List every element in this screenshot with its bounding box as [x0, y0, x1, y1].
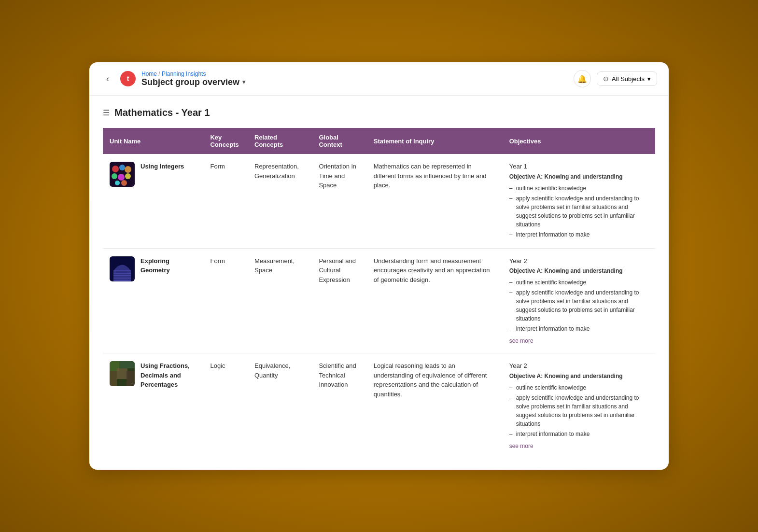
menu-icon: ☰ [103, 108, 110, 117]
related-concepts-cell-1: Measurement, Space [248, 248, 312, 353]
back-button[interactable]: ‹ [101, 72, 114, 85]
col-statement: Statement of Inquiry [367, 128, 503, 154]
global-context-cell-2: Scientific and Technical Innovation [312, 353, 366, 458]
unit-name-2: Using Fractions, Decimals and Percentage… [140, 361, 197, 390]
related-concepts-cell-0: Representation, Generalization [248, 154, 312, 248]
header-actions: 🔔 ⊙ All Subjects ▾ [574, 70, 657, 87]
chevron-down-icon: ▾ [647, 75, 651, 83]
svg-point-7 [115, 181, 120, 185]
global-context-cell-0: Orientation in Time and Space [312, 154, 366, 248]
svg-point-6 [125, 173, 131, 179]
unit-image-0 [110, 162, 135, 187]
notify-button[interactable]: 🔔 [574, 70, 591, 87]
unit-cell-0: Using Integers [103, 154, 203, 248]
svg-point-8 [121, 180, 127, 186]
logo: t [120, 71, 136, 86]
outer-background: ‹ t Home / Planning Insights Subject gro… [0, 0, 758, 532]
table-row: Exploring GeometryFormMeasurement, Space… [103, 248, 655, 353]
statement-cell-1: Understanding form and measurement encou… [367, 248, 503, 353]
breadcrumb-home[interactable]: Home [141, 70, 157, 77]
obj-item-1-1: apply scientific knowledge and understan… [509, 288, 648, 323]
obj-item-2-1: apply scientific knowledge and understan… [509, 393, 648, 428]
table-header-row: Unit Name Key Concepts Related Concepts … [103, 128, 655, 154]
global-context-cell-1: Personal and Cultural Expression [312, 248, 366, 353]
obj-year-0: Year 1 [509, 162, 648, 171]
obj-item-0-0: outline scientific knowledge [509, 184, 648, 193]
table-row: Using Fractions, Decimals and Percentage… [103, 353, 655, 458]
unit-name-0: Using Integers [140, 162, 184, 171]
svg-point-5 [118, 174, 125, 181]
page-title: Subject group overview ▾ [141, 77, 568, 87]
unit-cell-1: Exploring Geometry [103, 248, 203, 353]
section-header: ☰ Mathematics - Year 1 [103, 107, 655, 118]
objectives-cell-2: Year 2Objective A: Knowing and understan… [503, 353, 655, 458]
col-key-concepts: Key Concepts [203, 128, 248, 154]
key-concepts-cell-0: Form [203, 154, 248, 248]
content: ☰ Mathematics - Year 1 Unit Name Key Con… [89, 96, 669, 470]
svg-point-4 [112, 173, 117, 179]
header-title-area: Home / Planning Insights Subject group o… [141, 70, 568, 87]
related-concepts-cell-2: Equivalence, Quantity [248, 353, 312, 458]
statement-cell-0: Mathematics can be represented in differ… [367, 154, 503, 248]
units-table: Unit Name Key Concepts Related Concepts … [103, 128, 655, 458]
svg-rect-18 [110, 371, 117, 386]
breadcrumb-planning[interactable]: Planning Insights [162, 70, 206, 77]
col-related-concepts: Related Concepts [248, 128, 312, 154]
obj-item-1-2: interpret information to make [509, 324, 648, 333]
svg-rect-17 [119, 361, 135, 368]
obj-item-2-2: interpret information to make [509, 430, 648, 438]
unit-name-1: Exploring Geometry [140, 256, 197, 275]
col-unit-name: Unit Name [103, 128, 203, 154]
key-concepts-cell-1: Form [203, 248, 248, 353]
svg-point-2 [119, 165, 125, 170]
statement-cell-2: Logical reasoning leads to an understand… [367, 353, 503, 458]
obj-title-0: Objective A: Knowing and understanding [509, 172, 648, 181]
obj-title-1: Objective A: Knowing and understanding [509, 266, 648, 275]
header: ‹ t Home / Planning Insights Subject gro… [89, 62, 669, 96]
col-global-context: Global Context [312, 128, 366, 154]
obj-item-0-2: interpret information to make [509, 230, 648, 239]
obj-title-2: Objective A: Knowing and understanding [509, 372, 648, 380]
all-subjects-button[interactable]: ⊙ All Subjects ▾ [597, 71, 657, 86]
svg-rect-19 [117, 368, 127, 379]
objectives-cell-0: Year 1Objective A: Knowing and understan… [503, 154, 655, 248]
objectives-cell-1: Year 2Objective A: Knowing and understan… [503, 248, 655, 353]
section-title: Mathematics - Year 1 [114, 107, 210, 118]
obj-year-1: Year 2 [509, 256, 648, 266]
svg-point-1 [112, 166, 119, 172]
obj-year-2: Year 2 [509, 361, 648, 371]
obj-item-2-0: outline scientific knowledge [509, 383, 648, 392]
breadcrumb: Home / Planning Insights [141, 70, 568, 77]
obj-item-1-0: outline scientific knowledge [509, 278, 648, 287]
key-concepts-cell-2: Logic [203, 353, 248, 458]
svg-rect-20 [126, 371, 135, 386]
see-more-link-1[interactable]: see more [509, 336, 533, 345]
unit-cell-2: Using Fractions, Decimals and Percentage… [103, 353, 203, 458]
bell-icon: 🔔 [577, 74, 587, 84]
unit-image-2 [110, 361, 135, 386]
obj-item-0-1: apply scientific knowledge and understan… [509, 194, 648, 229]
main-card: ‹ t Home / Planning Insights Subject gro… [89, 62, 669, 470]
unit-image-1 [110, 256, 135, 281]
filter-icon: ⊙ [603, 75, 609, 83]
see-more-link-2[interactable]: see more [509, 442, 533, 450]
col-objectives: Objectives [503, 128, 655, 154]
table-row: Using IntegersFormRepresentation, Genera… [103, 154, 655, 248]
svg-point-3 [125, 166, 131, 173]
page-title-chevron[interactable]: ▾ [242, 79, 245, 85]
